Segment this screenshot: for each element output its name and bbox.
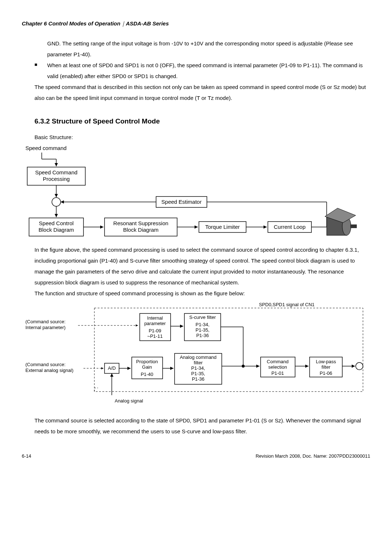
header-series: ASDA-AB Series bbox=[126, 20, 169, 27]
svg-text:P1-36: P1-36 bbox=[196, 333, 209, 338]
d1-resonant-l1: Resonant Suppression bbox=[113, 220, 168, 226]
footer-revision: Revision March 2008, Doc. Name: 2007PDD2… bbox=[256, 451, 370, 461]
svg-text:Low-pass: Low-pass bbox=[316, 359, 336, 364]
svg-text:P1-40: P1-40 bbox=[141, 372, 154, 377]
svg-text:Gain: Gain bbox=[142, 364, 152, 370]
diagram-command-processing: .box2 { fill:#fff; stroke:#000; stroke-w… bbox=[22, 301, 370, 410]
basic-structure-label: Basic Structure: bbox=[34, 132, 370, 143]
svg-text:selection: selection bbox=[268, 364, 287, 370]
svg-text:P1-01: P1-01 bbox=[271, 370, 284, 376]
paragraph-command-source: The command source is selected according… bbox=[34, 415, 367, 437]
paragraph-function-intro: The function and structure of speed comm… bbox=[34, 288, 367, 299]
svg-text:filter: filter bbox=[194, 360, 203, 365]
d2-src-int2: Internal parameter) bbox=[25, 325, 66, 330]
d1-estimator: Speed Estimator bbox=[162, 199, 202, 205]
svg-point-5 bbox=[52, 198, 61, 206]
motor-icon bbox=[325, 208, 357, 235]
d1-resonant-l2: Block Diagram bbox=[123, 227, 159, 233]
svg-text:Analog command: Analog command bbox=[180, 355, 216, 360]
svg-text:P1-06: P1-06 bbox=[320, 370, 332, 376]
svg-text:P1-36: P1-36 bbox=[192, 376, 205, 382]
svg-text:parameter: parameter bbox=[144, 321, 166, 326]
section-heading: 6.3.2 Structure of Speed Control Mode bbox=[34, 114, 370, 128]
bullet-list: When at least one of SPD0 and SPD1 is no… bbox=[34, 60, 370, 82]
d2-analog-signal: Analog signal bbox=[115, 398, 143, 404]
d1-torque: Torque Limiter bbox=[205, 224, 240, 230]
svg-text:P1-34,: P1-34, bbox=[196, 322, 209, 327]
d1-speed-command-label: Speed command bbox=[25, 145, 66, 151]
page-header: Chapter 6 Control Modes of Operation｜ASD… bbox=[22, 18, 370, 29]
paragraph-figure-description: In the figure above, the speed command p… bbox=[34, 244, 367, 288]
d1-control-l2: Block Diagram bbox=[38, 227, 74, 233]
d1-proc-l2: Processing bbox=[43, 176, 70, 182]
d1-proc-l1: Speed Command bbox=[35, 169, 78, 175]
diagram-basic-structure: .box { fill:#fff; stroke:#000; stroke-wi… bbox=[22, 145, 370, 239]
bullet-item: When at least one of SPD0 and SPD1 is no… bbox=[34, 60, 370, 82]
header-sep: ｜ bbox=[121, 20, 126, 27]
svg-text:P1-09: P1-09 bbox=[149, 328, 162, 333]
footer-page: 6-14 bbox=[22, 451, 31, 461]
svg-text:P1-35,: P1-35, bbox=[196, 327, 209, 333]
svg-text:Command: Command bbox=[267, 359, 289, 364]
d1-control-l1: Speed Control bbox=[39, 220, 74, 226]
d1-loop: Current Loop bbox=[274, 224, 306, 230]
svg-text:~P1-11: ~P1-11 bbox=[147, 333, 163, 339]
d2-ad: A/D bbox=[108, 365, 116, 371]
svg-point-38 bbox=[242, 365, 245, 368]
svg-text:P1-34,: P1-34, bbox=[191, 365, 205, 371]
svg-text:P1-35,: P1-35, bbox=[191, 371, 205, 376]
d2-signal-label: SPD0,SPD1 signal of CN1 bbox=[259, 302, 314, 307]
svg-text:S-curve filter: S-curve filter bbox=[189, 315, 216, 320]
svg-rect-21 bbox=[350, 224, 357, 228]
paragraph-intro-continued: GND. The setting range of the input volt… bbox=[47, 38, 370, 60]
d2-src-ext1: (Command source: bbox=[25, 362, 66, 367]
svg-text:filter: filter bbox=[322, 364, 331, 370]
svg-text:Internal: Internal bbox=[147, 315, 163, 321]
svg-text:Proportion: Proportion bbox=[136, 359, 158, 364]
paragraph-speed-command: The speed command that is described in t… bbox=[34, 82, 367, 104]
d2-src-ext2: External analog signal) bbox=[25, 368, 73, 373]
page-footer: 6-14 Revision March 2008, Doc. Name: 200… bbox=[22, 451, 370, 461]
d2-src-int1: (Command source: bbox=[25, 319, 66, 324]
svg-point-65 bbox=[356, 362, 363, 370]
header-chapter: Chapter 6 Control Modes of Operation bbox=[22, 20, 121, 27]
